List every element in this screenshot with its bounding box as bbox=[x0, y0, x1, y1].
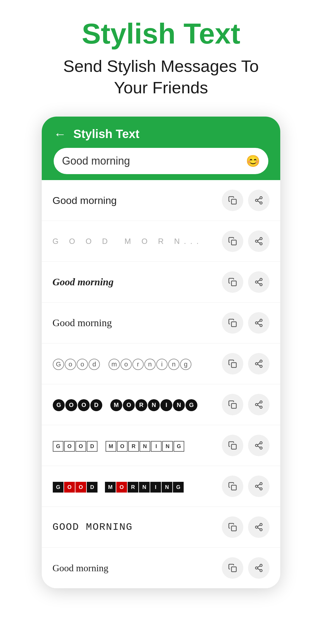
copy-icon bbox=[228, 523, 237, 532]
svg-point-50 bbox=[256, 526, 258, 528]
svg-point-55 bbox=[260, 564, 262, 567]
svg-line-58 bbox=[258, 569, 260, 570]
table-row: GOOD MORNING bbox=[42, 384, 280, 425]
result-actions bbox=[222, 435, 270, 456]
result-text-normal: Good morning bbox=[52, 195, 222, 206]
copy-button[interactable] bbox=[222, 271, 243, 293]
svg-point-15 bbox=[260, 284, 262, 286]
svg-point-56 bbox=[256, 567, 258, 569]
svg-line-40 bbox=[258, 446, 260, 448]
share-button[interactable] bbox=[248, 435, 270, 456]
table-row: Good morning bbox=[42, 343, 280, 384]
table-row: G O O D M O R N... bbox=[42, 221, 280, 262]
svg-line-47 bbox=[258, 484, 260, 486]
copy-icon bbox=[228, 441, 237, 450]
svg-line-53 bbox=[258, 525, 260, 527]
result-text-squared: GOOD MORNING bbox=[52, 439, 222, 452]
copy-button[interactable] bbox=[222, 557, 243, 579]
svg-point-13 bbox=[260, 278, 262, 281]
page-subtitle: Send Stylish Messages To Your Friends bbox=[49, 55, 273, 99]
svg-point-51 bbox=[260, 529, 262, 531]
copy-icon bbox=[228, 278, 237, 287]
table-row: Good morning bbox=[42, 548, 280, 588]
copy-button[interactable] bbox=[222, 394, 243, 415]
back-button[interactable]: ← bbox=[54, 128, 66, 140]
share-button[interactable] bbox=[248, 271, 270, 293]
svg-point-38 bbox=[256, 444, 258, 447]
phone-frame: ← Stylish Text Good morning 😊 Good morni… bbox=[42, 117, 280, 588]
svg-point-49 bbox=[260, 524, 262, 526]
table-row: GOOD MORNING bbox=[42, 507, 280, 548]
copy-button[interactable] bbox=[222, 190, 243, 211]
share-icon bbox=[254, 359, 263, 368]
copy-button[interactable] bbox=[222, 230, 243, 252]
svg-point-8 bbox=[256, 240, 258, 242]
svg-rect-30 bbox=[231, 403, 236, 408]
svg-point-20 bbox=[256, 322, 258, 324]
copy-icon bbox=[228, 359, 237, 368]
svg-point-3 bbox=[260, 202, 262, 204]
result-text-cursive: Good morning bbox=[52, 276, 222, 288]
share-button[interactable] bbox=[248, 394, 270, 415]
result-actions bbox=[222, 271, 270, 293]
svg-rect-12 bbox=[231, 281, 236, 286]
share-button[interactable] bbox=[248, 353, 270, 374]
svg-line-17 bbox=[258, 280, 260, 281]
search-input[interactable]: Good morning bbox=[62, 155, 246, 167]
table-row: GOOD MORNING bbox=[42, 425, 280, 466]
svg-point-32 bbox=[256, 403, 258, 406]
copy-button[interactable] bbox=[222, 312, 243, 334]
svg-line-46 bbox=[258, 487, 260, 488]
result-text-serif: Good morning bbox=[52, 317, 222, 329]
copy-button[interactable] bbox=[222, 353, 243, 374]
svg-point-2 bbox=[256, 199, 258, 202]
share-button[interactable] bbox=[248, 557, 270, 579]
result-actions bbox=[222, 557, 270, 579]
svg-point-37 bbox=[260, 442, 262, 444]
result-actions bbox=[222, 230, 270, 252]
svg-point-19 bbox=[260, 319, 262, 322]
copy-button[interactable] bbox=[222, 476, 243, 497]
svg-point-9 bbox=[260, 243, 262, 245]
svg-point-44 bbox=[256, 485, 258, 487]
result-actions bbox=[222, 476, 270, 497]
table-row: Good morning bbox=[42, 180, 280, 221]
svg-point-27 bbox=[260, 365, 262, 368]
svg-point-33 bbox=[260, 406, 262, 408]
copy-button[interactable] bbox=[222, 435, 243, 456]
page-title: Stylish Text bbox=[82, 18, 240, 49]
svg-line-23 bbox=[258, 321, 260, 322]
svg-rect-6 bbox=[231, 240, 236, 245]
svg-rect-24 bbox=[231, 363, 236, 367]
share-button[interactable] bbox=[248, 190, 270, 211]
result-text-spaced: G O O D M O R N... bbox=[52, 237, 222, 246]
share-button[interactable] bbox=[248, 516, 270, 538]
emoji-button[interactable]: 😊 bbox=[246, 154, 260, 168]
share-button[interactable] bbox=[248, 312, 270, 334]
svg-line-10 bbox=[258, 242, 260, 243]
svg-point-1 bbox=[260, 197, 262, 199]
svg-point-39 bbox=[260, 447, 262, 449]
result-text-thin-caps: GOOD MORNING bbox=[52, 521, 222, 533]
result-actions bbox=[222, 353, 270, 374]
svg-point-25 bbox=[260, 360, 262, 363]
share-icon bbox=[254, 318, 263, 327]
svg-line-16 bbox=[258, 283, 260, 284]
share-icon bbox=[254, 482, 263, 491]
svg-line-52 bbox=[258, 528, 260, 529]
copy-icon bbox=[228, 318, 237, 327]
svg-point-21 bbox=[260, 324, 262, 327]
copy-button[interactable] bbox=[222, 516, 243, 538]
share-icon bbox=[254, 564, 263, 572]
svg-rect-42 bbox=[231, 485, 236, 490]
copy-icon bbox=[228, 196, 237, 205]
result-actions bbox=[222, 394, 270, 415]
share-button[interactable] bbox=[248, 230, 270, 252]
svg-line-29 bbox=[258, 362, 260, 363]
svg-rect-48 bbox=[231, 526, 236, 531]
svg-line-35 bbox=[258, 402, 260, 404]
app-header: ← Stylish Text Good morning 😊 bbox=[42, 117, 280, 180]
app-title: Stylish Text bbox=[73, 127, 140, 141]
result-actions bbox=[222, 312, 270, 334]
share-button[interactable] bbox=[248, 476, 270, 497]
